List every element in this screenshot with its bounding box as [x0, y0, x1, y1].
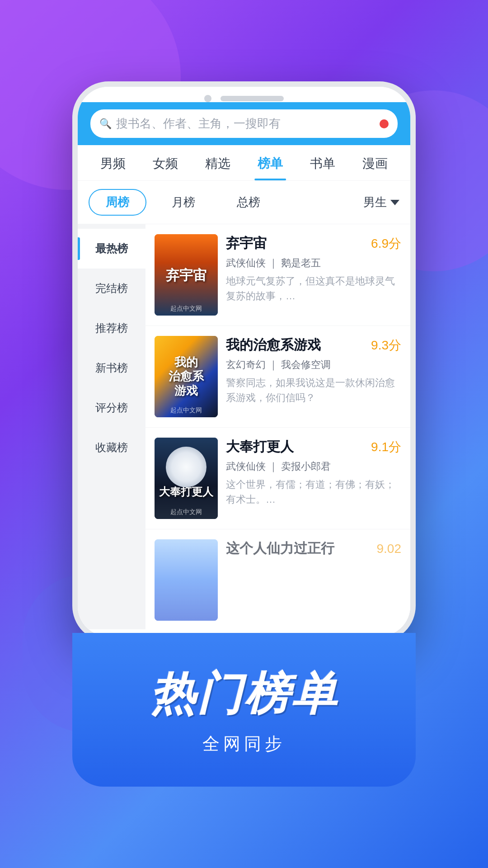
book-score-3: 9.1分 — [371, 439, 401, 456]
sidebar: 最热榜 完结榜 推荐榜 新书榜 评分榜 收藏榜 — [78, 224, 145, 629]
sub-nav-monthly[interactable]: 月榜 — [155, 190, 211, 215]
nav-tab-female[interactable]: 女频 — [139, 145, 192, 180]
book-meta-2: 玄幻奇幻 ｜ 我会修空调 — [226, 358, 401, 372]
book-title-3: 大奉打更人 — [226, 438, 294, 456]
phone-wrapper: 🔍 搜书名、作者、主角，一搜即有 男频 女频 精选 榜单 书单 漫画 周榜 月榜… — [72, 81, 416, 787]
book-cover-2: 我的治愈系游戏 起点中文网 — [155, 336, 218, 417]
search-placeholder: 搜书名、作者、主角，一搜即有 — [116, 116, 375, 132]
sidebar-item-rating[interactable]: 评分榜 — [78, 388, 145, 428]
nav-tab-ranking[interactable]: 榜单 — [244, 145, 296, 180]
book-cover-badge-3: 起点中文网 — [170, 508, 202, 516]
book-score-4: 9.02 — [377, 542, 402, 556]
book-meta-3: 武侠仙侠 ｜ 卖报小郎君 — [226, 460, 401, 473]
book-cover-badge-2: 起点中文网 — [170, 406, 202, 415]
book-item-1[interactable]: 弃宇宙 起点中文网 弃宇宙 6.9分 武侠仙侠 ｜ — [145, 224, 410, 326]
book-desc-3: 这个世界，有儒；有道；有佛；有妖；有术士。… — [226, 477, 401, 507]
nav-tab-comic[interactable]: 漫画 — [349, 145, 401, 180]
phone-frame: 🔍 搜书名、作者、主角，一搜即有 男频 女频 精选 榜单 书单 漫画 周榜 月榜… — [72, 81, 416, 642]
book-title-4: 这个人仙力过正行 — [226, 539, 334, 558]
nav-tab-booklist[interactable]: 书单 — [296, 145, 349, 180]
sidebar-item-new[interactable]: 新书榜 — [78, 348, 145, 388]
speaker-bar — [221, 96, 284, 101]
book-score-2: 9.3分 — [371, 337, 401, 354]
book-info-2: 我的治愈系游戏 9.3分 玄幻奇幻 ｜ 我会修空调 警察同志，如果我说这是一款休… — [226, 336, 401, 417]
sub-nav-weekly[interactable]: 周榜 — [89, 189, 146, 216]
bottom-section: 热门榜单 全网同步 — [72, 633, 416, 787]
sub-nav-gender-label: 男生 — [363, 194, 387, 210]
search-icon: 🔍 — [99, 118, 112, 130]
search-red-dot — [380, 119, 389, 128]
bottom-subtitle: 全网同步 — [202, 732, 286, 755]
nav-tabs: 男频 女频 精选 榜单 书单 漫画 — [78, 145, 410, 181]
sidebar-item-recommended[interactable]: 推荐榜 — [78, 308, 145, 348]
book-cover-4 — [155, 539, 218, 621]
book-score-1: 6.9分 — [371, 235, 401, 252]
search-bar-container: 🔍 搜书名、作者、主角，一搜即有 — [78, 102, 410, 145]
bottom-title: 热门榜单 — [150, 664, 338, 725]
main-layout: 最热榜 完结榜 推荐榜 新书榜 评分榜 收藏榜 弃宇宙 — [78, 224, 410, 629]
book-info-3: 大奉打更人 9.1分 武侠仙侠 ｜ 卖报小郎君 这个世界，有儒；有道；有佛；有妖… — [226, 438, 401, 519]
sidebar-item-favorite[interactable]: 收藏榜 — [78, 428, 145, 467]
nav-tab-selected[interactable]: 精选 — [192, 145, 244, 180]
camera-dot — [204, 95, 211, 102]
book-item-3[interactable]: 大奉打更人 起点中文网 大奉打更人 9.1分 武侠仙侠 ｜ — [145, 428, 410, 529]
phone-notch — [78, 87, 410, 102]
sidebar-item-hottest[interactable]: 最热榜 — [78, 229, 145, 269]
nav-tab-male[interactable]: 男频 — [87, 145, 139, 180]
book-desc-2: 警察同志，如果我说这是一款休闲治愈系游戏，你们信吗？ — [226, 375, 401, 405]
book-info-4: 这个人仙力过正行 9.02 — [226, 539, 401, 621]
book-desc-1: 地球元气复苏了，但这真不是地球灵气复苏的故事，… — [226, 274, 401, 303]
book-cover-1: 弃宇宙 起点中文网 — [155, 234, 218, 316]
book-cover-3: 大奉打更人 起点中文网 — [155, 438, 218, 519]
book-title-2: 我的治愈系游戏 — [226, 336, 321, 354]
sub-nav-total[interactable]: 总榜 — [221, 190, 277, 215]
book-item-2[interactable]: 我的治愈系游戏 起点中文网 我的治愈系游戏 9.3分 玄幻奇幻 ｜ — [145, 326, 410, 428]
dropdown-arrow-icon — [390, 200, 399, 205]
sidebar-item-completed[interactable]: 完结榜 — [78, 269, 145, 308]
book-cover-badge-1: 起点中文网 — [170, 305, 202, 313]
phone-content: 🔍 搜书名、作者、主角，一搜即有 男频 女频 精选 榜单 书单 漫画 周榜 月榜… — [78, 102, 410, 629]
book-meta-1: 武侠仙侠 ｜ 鹅是老五 — [226, 256, 401, 270]
book-item-4[interactable]: 这个人仙力过正行 9.02 — [145, 529, 410, 629]
sub-nav: 周榜 月榜 总榜 男生 — [78, 181, 410, 224]
search-bar[interactable]: 🔍 搜书名、作者、主角，一搜即有 — [90, 109, 398, 138]
book-info-1: 弃宇宙 6.9分 武侠仙侠 ｜ 鹅是老五 地球元气复苏了，但这真不是地球灵气复苏… — [226, 234, 401, 316]
sub-nav-gender-dropdown[interactable]: 男生 — [363, 194, 399, 210]
book-list: 弃宇宙 起点中文网 弃宇宙 6.9分 武侠仙侠 ｜ — [145, 224, 410, 629]
book-title-1: 弃宇宙 — [226, 234, 267, 253]
